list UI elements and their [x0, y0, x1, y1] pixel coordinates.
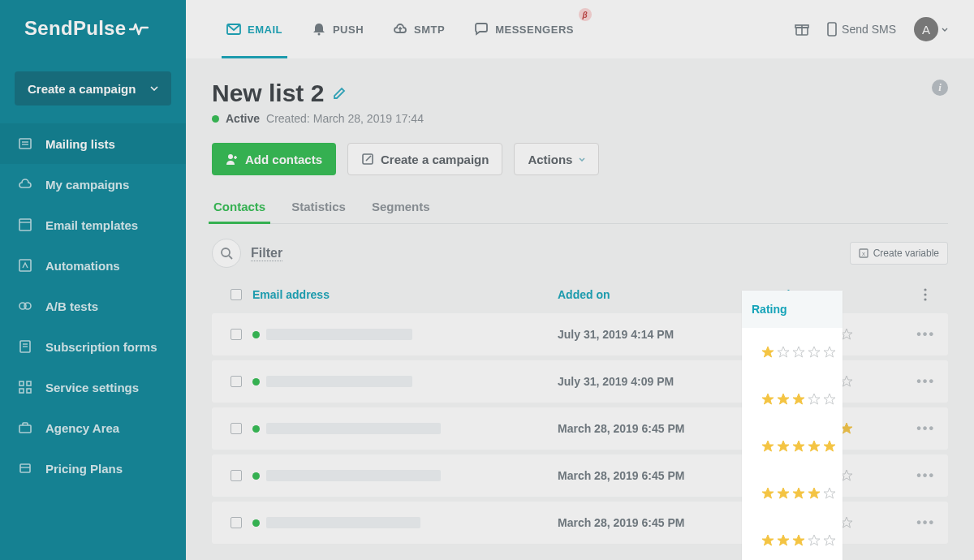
- sidebar-item-agency-area[interactable]: Agency Area: [0, 407, 186, 448]
- caret-down-icon: [579, 157, 585, 162]
- send-sms-label: Send SMS: [842, 23, 896, 36]
- added-on-cell: July 31, 2019 4:09 PM: [558, 375, 759, 388]
- channel-push[interactable]: PUSH: [297, 0, 378, 58]
- added-on-cell: March 28, 2019 6:45 PM: [558, 516, 759, 529]
- email-redacted: [266, 376, 412, 387]
- tab-statistics[interactable]: Statistics: [290, 200, 347, 223]
- send-sms-link[interactable]: Send SMS: [827, 22, 896, 37]
- star-icon: [825, 469, 838, 482]
- tab-segments[interactable]: Segments: [370, 200, 432, 223]
- channel-smtp[interactable]: SMTP: [378, 0, 459, 58]
- status-dot-icon: [252, 519, 260, 527]
- sidebar-item-a-b-tests[interactable]: A/B tests: [0, 286, 186, 326]
- star-icon: [778, 328, 791, 341]
- create-campaign-label: Create a campaign: [28, 82, 136, 96]
- sidebar-item-pricing-plans[interactable]: Pricing Plans: [0, 448, 186, 489]
- row-menu[interactable]: •••: [916, 468, 935, 483]
- table-row[interactable]: July 31, 2019 4:09 PM•••: [212, 360, 948, 403]
- svg-rect-0: [19, 139, 31, 149]
- status-dot-icon: [212, 115, 219, 123]
- create-campaign-button-secondary[interactable]: Create a campaign: [347, 143, 502, 175]
- create-variable-label: Create variable: [873, 248, 939, 259]
- brand-text: SendPulse: [24, 17, 126, 40]
- star-icon: [794, 328, 807, 341]
- row-checkbox[interactable]: [231, 376, 242, 387]
- sidebar-item-label: Agency Area: [45, 421, 119, 435]
- svg-point-26: [222, 248, 230, 256]
- star-icon: [840, 469, 853, 482]
- email-redacted: [266, 423, 441, 434]
- column-email[interactable]: Email address: [252, 288, 558, 301]
- status-dot-icon: [252, 425, 260, 433]
- list-icon: [18, 136, 32, 151]
- sidebar-item-mailing-lists[interactable]: Mailing lists: [0, 123, 186, 164]
- search-button[interactable]: [212, 239, 241, 268]
- email-redacted: [266, 470, 441, 481]
- row-checkbox[interactable]: [231, 470, 242, 481]
- table-header: Email address Added on Rating: [212, 276, 948, 313]
- row-checkbox[interactable]: [231, 423, 242, 434]
- variable-icon: x: [859, 248, 868, 258]
- row-menu[interactable]: •••: [916, 327, 935, 342]
- row-checkbox[interactable]: [231, 329, 242, 340]
- star-icon: [825, 422, 838, 435]
- svg-text:x: x: [862, 250, 865, 257]
- main-content: New list 2 Active Created: March 28, 201…: [186, 58, 974, 560]
- table-row[interactable]: March 28, 2019 6:45 PM•••: [212, 502, 948, 544]
- sidebar-item-subscription-forms[interactable]: Subscription forms: [0, 326, 186, 367]
- svg-rect-14: [27, 389, 31, 393]
- row-menu[interactable]: •••: [916, 421, 935, 436]
- svg-point-30: [924, 288, 926, 291]
- select-all-checkbox[interactable]: [231, 289, 242, 300]
- brand-logo[interactable]: SendPulse: [0, 0, 186, 57]
- actions-button[interactable]: Actions: [514, 143, 599, 175]
- row-menu[interactable]: •••: [916, 515, 935, 530]
- chat-icon: [474, 22, 489, 37]
- sidebar-item-service-settings[interactable]: Service settings: [0, 367, 186, 407]
- table-row[interactable]: March 28, 2019 6:45 PM•••: [212, 454, 948, 497]
- channel-label: MESSENGERS: [495, 24, 574, 36]
- created-date: March 28, 2019 17:44: [313, 112, 424, 125]
- svg-rect-13: [19, 389, 24, 393]
- channel-messengers[interactable]: MESSENGERSβ: [459, 0, 588, 58]
- star-icon: [778, 516, 791, 529]
- info-icon[interactable]: i: [932, 80, 948, 96]
- sidebar-item-my-campaigns[interactable]: My campaigns: [0, 164, 186, 205]
- sidebar: SendPulse Create a campaign Mailing list…: [0, 0, 186, 560]
- gift-icon[interactable]: [795, 22, 809, 37]
- row-menu[interactable]: •••: [916, 374, 935, 389]
- sidebar-item-label: Automations: [45, 259, 120, 273]
- sidebar-item-email-templates[interactable]: Email templates: [0, 205, 186, 245]
- create-variable-button[interactable]: x Create variable: [850, 242, 948, 265]
- star-icon: [809, 328, 822, 341]
- filter-toggle[interactable]: Filter: [251, 246, 282, 261]
- sidebar-item-label: Pricing Plans: [45, 462, 123, 476]
- table-row[interactable]: March 28, 2019 6:45 PM•••: [212, 407, 948, 450]
- email-redacted: [266, 517, 420, 528]
- phone-icon: [827, 22, 837, 37]
- column-rating[interactable]: Rating: [759, 288, 860, 301]
- column-menu[interactable]: [916, 285, 935, 304]
- create-campaign-button[interactable]: Create a campaign: [15, 71, 171, 106]
- grid-icon: [18, 380, 32, 394]
- table-row[interactable]: July 31, 2019 4:14 PM•••: [212, 313, 948, 355]
- briefcase-icon: [18, 420, 32, 435]
- row-checkbox[interactable]: [231, 517, 242, 528]
- tab-contacts[interactable]: Contacts: [212, 200, 267, 223]
- sidebar-item-automations[interactable]: Automations: [0, 245, 186, 286]
- actions-label: Actions: [528, 153, 572, 166]
- star-icon: [825, 328, 838, 341]
- search-icon: [220, 247, 233, 260]
- column-added[interactable]: Added on: [558, 288, 759, 301]
- edit-icon[interactable]: [332, 86, 347, 101]
- avatar: A: [914, 17, 938, 41]
- cloud-up-icon: [393, 22, 407, 37]
- page-title: New list 2: [212, 80, 324, 107]
- add-contacts-label: Add contacts: [245, 153, 322, 166]
- sidebar-item-label: A/B tests: [45, 299, 98, 313]
- rating-stars: [769, 516, 860, 529]
- star-icon: [809, 422, 822, 435]
- account-menu[interactable]: A: [914, 17, 948, 41]
- add-contacts-button[interactable]: Add contacts: [212, 143, 336, 175]
- channel-email[interactable]: EMAIL: [212, 0, 297, 58]
